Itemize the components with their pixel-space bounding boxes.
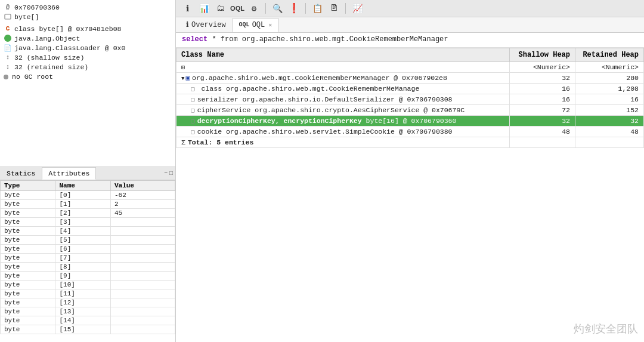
tab-attributes[interactable]: Attributes	[42, 167, 96, 180]
row-retained-heap: 1,208	[575, 84, 644, 94]
col-shallow[interactable]: Shallow Heap	[510, 48, 575, 62]
settings-icon[interactable]: ⚙	[247, 2, 261, 14]
group-icon[interactable]: 🗂	[214, 2, 227, 14]
left-top-info: @ 0x706790360 byte[] C class byte[] @ 0x…	[0, 0, 175, 167]
table-row[interactable]: ▢cookie org.apache.shiro.web.servlet.Sim…	[177, 127, 644, 137]
tab-controls: − □	[164, 170, 173, 177]
shallow-size-value: 32 (shallow size)	[14, 54, 84, 61]
classloader-item: 📄 java.lang.ClassLoader @ 0x0	[4, 43, 172, 53]
left-row-value	[110, 227, 175, 236]
minimize-icon[interactable]: −	[164, 170, 168, 177]
left-row-type: byte	[1, 325, 55, 334]
left-row-name: [1]	[55, 200, 110, 209]
shallow-size-item: ↕ 32 (shallow size)	[4, 53, 172, 62]
left-row-name: [6]	[55, 245, 110, 254]
chart-icon[interactable]: 📊	[197, 2, 210, 14]
left-row-value: -62	[110, 191, 175, 200]
row-retained-heap	[575, 137, 644, 148]
retained-size-item: ↕ 32 (retained size)	[4, 62, 172, 72]
row-retained-heap: 152	[575, 105, 644, 116]
sep3	[345, 3, 346, 14]
col-value: Value	[110, 181, 175, 191]
left-row-name: [8]	[55, 263, 110, 272]
left-row-value	[110, 254, 175, 263]
stats-icon[interactable]: 📈	[351, 2, 364, 14]
left-table-row: byte[15]	[1, 325, 175, 334]
left-row-value	[110, 298, 175, 307]
svg-rect-0	[5, 14, 11, 19]
shallow-icon: ↕	[4, 53, 12, 61]
table-row[interactable]: ΣTotal: 5 entries	[177, 137, 644, 148]
tab-oql[interactable]: OQL OQL ✕	[233, 18, 279, 32]
row-shallow-heap	[510, 137, 575, 148]
class-value: class byte[] @ 0x70481eb08	[14, 25, 121, 33]
search-icon[interactable]: 🔍	[271, 2, 284, 14]
left-row-type: byte	[1, 298, 55, 307]
table-row[interactable]: ▢ class org.apache.shiro.web.mgt.CookieR…	[177, 84, 644, 94]
export-icon[interactable]: 🖹	[327, 2, 340, 14]
tab-overview[interactable]: ℹ Overview	[179, 17, 233, 32]
oql-tab-label: OQL	[252, 21, 265, 29]
classloader-value: java.lang.ClassLoader @ 0x0	[14, 44, 125, 52]
tab-statics[interactable]: Statics	[0, 167, 42, 180]
left-row-value	[110, 307, 175, 316]
nav-icon[interactable]: 📋	[311, 2, 324, 14]
left-tabs-bar: Statics Attributes − □	[0, 167, 175, 180]
table-row[interactable]: ⊞<Numeric><Numeric>	[177, 62, 644, 73]
left-row-type: byte	[1, 191, 55, 200]
table-row[interactable]: ▢serializer org.apache.shiro.io.DefaultS…	[177, 94, 644, 105]
left-table-row: byte[3]	[1, 218, 175, 227]
attributes-table: Type Name Value byte[0]-62byte[1]2byte[2…	[0, 180, 175, 334]
query-keyword: select	[182, 35, 208, 44]
left-row-value	[110, 272, 175, 281]
left-row-value	[110, 281, 175, 289]
row-classname: ⊞	[177, 62, 510, 73]
left-row-value	[110, 218, 175, 227]
table-row[interactable]: ▼▣org.apache.shiro.web.mgt.CookieRemembe…	[177, 73, 644, 84]
col-classname[interactable]: Class Name	[177, 48, 510, 62]
oql-tab-close[interactable]: ✕	[268, 21, 272, 29]
left-row-type: byte	[1, 218, 55, 227]
table-row[interactable]: ▢decryptionCipherKey, encryptionCipherKe…	[177, 116, 644, 127]
row-shallow-heap: 16	[510, 84, 575, 94]
left-table-row: byte[9]	[1, 272, 175, 281]
left-row-name: [12]	[55, 298, 110, 307]
row-retained-heap: 32	[575, 116, 644, 127]
query-bar: select * from org.apache.shiro.web.mgt.C…	[176, 33, 644, 48]
left-row-name: [4]	[55, 227, 110, 236]
left-row-type: byte	[1, 200, 55, 209]
row-classname: ΣTotal: 5 entries	[177, 137, 510, 148]
gc-root-item: no GC root	[4, 72, 172, 82]
lightning-icon[interactable]: ❗	[287, 2, 301, 14]
row-shallow-heap: 48	[510, 127, 575, 137]
row-shallow-heap: 32	[510, 73, 575, 84]
object-item: java.lang.Object	[4, 33, 172, 43]
left-table-row: byte[10]	[1, 281, 175, 289]
row-classname: ▢ class org.apache.shiro.web.mgt.CookieR…	[177, 84, 510, 94]
gc-dot-icon	[4, 75, 8, 79]
row-classname: ▢cookie org.apache.shiro.web.servlet.Sim…	[177, 127, 510, 137]
table-row[interactable]: ▢cipherService org.apache.shiro.crypto.A…	[177, 105, 644, 116]
oql-icon[interactable]: OQL	[231, 2, 244, 14]
left-table-row: byte[14]	[1, 316, 175, 325]
class-icon: C	[4, 24, 12, 33]
left-row-value	[110, 263, 175, 272]
left-row-name: [10]	[55, 281, 110, 289]
left-row-name: [2]	[55, 209, 110, 218]
col-retained[interactable]: Retained Heap	[575, 48, 644, 62]
oql-tab-icon: OQL	[239, 21, 250, 28]
attributes-table-wrap: Type Name Value byte[0]-62byte[1]2byte[2…	[0, 180, 175, 342]
left-row-type: byte	[1, 245, 55, 254]
maximize-icon[interactable]: □	[169, 170, 173, 177]
left-row-type: byte	[1, 254, 55, 263]
left-table-row: byte[0]-62	[1, 191, 175, 200]
left-table-row: byte[13]	[1, 307, 175, 316]
info-icon[interactable]: ℹ	[181, 2, 194, 14]
left-row-value	[110, 316, 175, 325]
address-icon: @	[4, 3, 12, 11]
left-row-name: [13]	[55, 307, 110, 316]
left-table-row: byte[5]	[1, 236, 175, 245]
left-row-value	[110, 245, 175, 254]
left-row-value: 2	[110, 200, 175, 209]
left-row-type: byte	[1, 281, 55, 289]
